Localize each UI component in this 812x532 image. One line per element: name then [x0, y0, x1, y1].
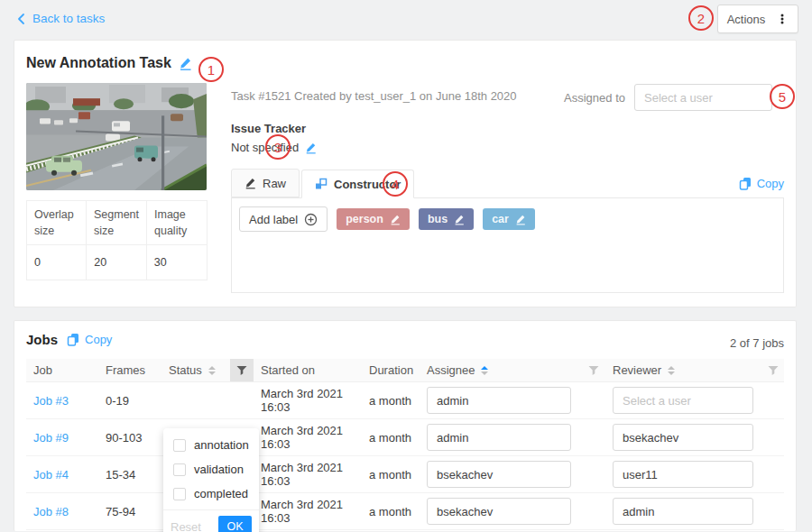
column-header-status[interactable]: Status	[161, 363, 230, 377]
annotation-circle-2: 2	[688, 5, 714, 31]
param-value-cell: 30	[147, 245, 207, 280]
more-vertical-icon	[776, 13, 789, 25]
job-duration: a month	[362, 505, 420, 518]
param-header-cell: Overlap size	[27, 201, 87, 245]
column-header-started-on: Started on	[254, 363, 362, 377]
job-row: Job #30-19March 3rd 2021 16:03a month	[26, 382, 784, 419]
jobs-copy-button[interactable]: Copy	[67, 333, 112, 346]
copy-icon	[739, 177, 752, 190]
label-constructor-panel: Add label personbuscar	[231, 198, 784, 293]
task-meta: Task #1521 Created by test_user_1 on Jun…	[231, 89, 517, 103]
job-frames: 0-19	[98, 394, 161, 408]
job-assignee-input[interactable]	[427, 498, 571, 525]
label-name: bus	[428, 213, 448, 225]
job-frames: 75-94	[98, 505, 161, 518]
job-reviewer-input[interactable]	[613, 461, 753, 488]
plus-circle-icon	[304, 213, 318, 226]
job-row: Job #415-34March 3rd 2021 16:03a month	[26, 456, 784, 493]
labels-tabbar: Raw Constructor Copy	[231, 169, 784, 198]
column-header-assignee[interactable]: Assignee	[420, 363, 582, 377]
job-reviewer-input[interactable]	[613, 387, 753, 414]
annotation-circle-4: 4	[383, 171, 408, 197]
job-frames: 90-103	[98, 431, 161, 445]
checkbox[interactable]	[173, 488, 186, 500]
label-tag-car[interactable]: car	[483, 208, 535, 230]
pencil-icon	[245, 177, 256, 189]
params-table: Overlap sizeSegment sizeImage quality 02…	[26, 200, 208, 280]
job-reviewer-input[interactable]	[613, 424, 753, 451]
sort-icon[interactable]	[481, 366, 488, 375]
filter-option-validation[interactable]: validation	[163, 457, 259, 482]
column-header-duration: Duration	[362, 363, 420, 377]
assigned-to-label: Assigned to	[564, 91, 625, 105]
edit-label-icon[interactable]	[390, 214, 401, 225]
job-row: Job #875-94completed?March 3rd 2021 16:0…	[26, 493, 784, 530]
labels-copy-button[interactable]: Copy	[739, 177, 784, 190]
job-assignee-input[interactable]	[427, 424, 571, 451]
job-started-on: March 3rd 2021 16:03	[254, 424, 362, 451]
label-name: person	[346, 213, 383, 225]
edit-label-icon[interactable]	[515, 214, 526, 225]
checkbox[interactable]	[173, 439, 186, 452]
job-started-on: March 3rd 2021 16:03	[254, 461, 362, 488]
jobs-table: JobFramesStatusStarted onDurationAssigne…	[26, 359, 784, 530]
labels-row: Add label personbuscar	[239, 206, 776, 232]
jobs-card: Jobs Copy 2 of 7 jobs JobFramesStatusSta…	[14, 320, 797, 531]
jobs-title: Jobs	[26, 332, 58, 347]
block-icon	[315, 178, 328, 190]
sort-icon[interactable]	[668, 366, 675, 375]
annotation-circle-1: 1	[198, 57, 224, 82]
job-link[interactable]: Job #8	[33, 505, 69, 518]
jobs-count: 2 of 7 jobs	[730, 336, 784, 350]
job-frames: 15-34	[98, 468, 161, 482]
add-label-button[interactable]: Add label	[239, 206, 328, 232]
job-link[interactable]: Job #3	[33, 394, 69, 408]
issue-tracker-label: Issue Tracker	[231, 122, 306, 135]
annotation-circle-3: 3	[265, 134, 291, 160]
param-header-cell: Segment size	[87, 201, 147, 245]
spacer	[230, 382, 254, 418]
chevron-left-icon	[16, 13, 26, 25]
job-assignee-input[interactable]	[427, 387, 571, 414]
back-to-tasks-link[interactable]: Back to tasks	[16, 12, 105, 25]
edit-issue-tracker-icon[interactable]	[305, 142, 317, 154]
edit-title-icon[interactable]	[179, 57, 192, 70]
job-link[interactable]: Job #9	[33, 431, 69, 445]
task-preview-image	[26, 83, 207, 190]
edit-label-icon[interactable]	[454, 214, 465, 225]
annotation-circle-5: 5	[770, 84, 795, 109]
assignee-filter-icon[interactable]	[582, 365, 605, 376]
filter-reset-button[interactable]: Reset	[171, 520, 201, 532]
jobs-table-header: JobFramesStatusStarted onDurationAssigne…	[26, 359, 784, 382]
job-started-on: March 3rd 2021 16:03	[254, 387, 362, 414]
column-header-reviewer[interactable]: Reviewer	[605, 363, 761, 377]
column-header-frames: Frames	[98, 363, 161, 377]
status-filter-icon[interactable]	[230, 359, 254, 381]
task-assignee-input[interactable]	[634, 84, 772, 111]
params-table-values: 02030	[27, 245, 207, 280]
checkbox[interactable]	[173, 463, 186, 476]
filter-option-completed[interactable]: completed	[163, 482, 259, 506]
actions-button[interactable]: Actions	[717, 5, 798, 33]
job-row: Job #990-103March 3rd 2021 16:03a month	[26, 419, 784, 456]
filter-ok-button[interactable]: OK	[218, 516, 252, 532]
label-tag-person[interactable]: person	[337, 208, 410, 230]
task-details-card: New Annotation Task	[14, 40, 797, 307]
label-name: car	[492, 213, 509, 225]
column-header-job: Job	[26, 363, 98, 377]
job-duration: a month	[362, 468, 420, 482]
tab-raw[interactable]: Raw	[231, 169, 300, 197]
param-value-cell: 20	[87, 245, 146, 280]
param-value-cell: 0	[27, 245, 87, 280]
filter-option-annotation[interactable]: annotation	[163, 433, 259, 457]
copy-icon	[67, 333, 79, 346]
reviewer-filter-icon[interactable]	[761, 365, 782, 376]
status-filter-dropdown: annotationvalidationcompleted Reset OK	[163, 428, 259, 532]
job-assignee-input[interactable]	[427, 461, 571, 488]
sort-icon[interactable]	[208, 366, 216, 375]
job-reviewer-input[interactable]	[613, 498, 753, 525]
label-tag-bus[interactable]: bus	[419, 208, 474, 230]
job-link[interactable]: Job #4	[33, 468, 69, 482]
task-title: New Annotation Task	[26, 55, 171, 71]
job-duration: a month	[362, 431, 420, 445]
